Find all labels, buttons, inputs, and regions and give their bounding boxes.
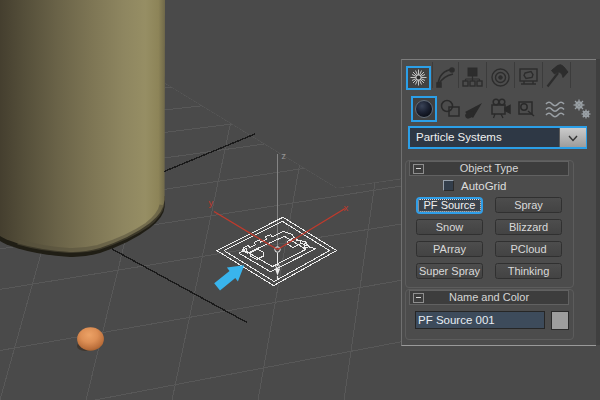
svg-text:z: z [282,151,287,161]
svg-text:x: x [344,202,349,213]
svg-text:y: y [209,197,214,208]
